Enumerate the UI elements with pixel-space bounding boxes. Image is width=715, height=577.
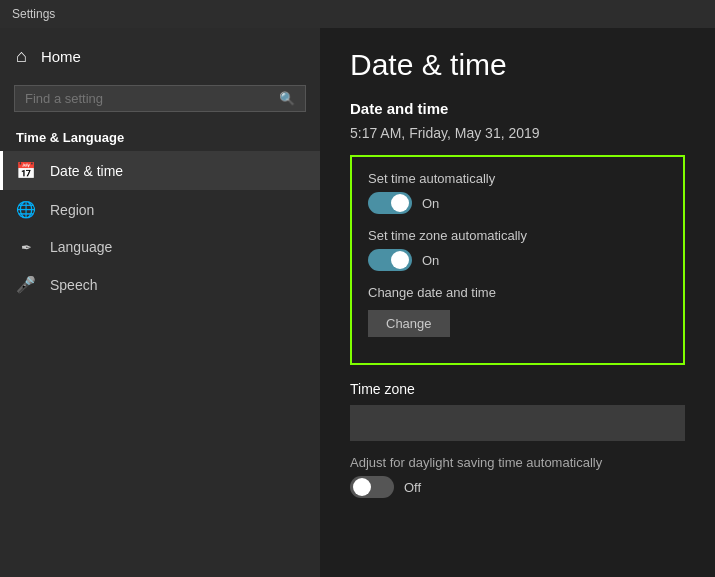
toggle-knob-3 — [353, 478, 371, 496]
timezone-section: Time zone — [350, 381, 685, 441]
search-icon: 🔍 — [279, 91, 295, 106]
change-button[interactable]: Change — [368, 310, 450, 337]
set-time-auto-toggle-label: On — [422, 196, 439, 211]
toggle-knob-2 — [391, 251, 409, 269]
home-icon: ⌂ — [16, 46, 27, 67]
daylight-toggle-row: Off — [350, 476, 685, 498]
main-layout: ⌂ Home 🔍 Time & Language 📅 Date & time 🌐… — [0, 28, 715, 577]
sidebar-item-date-time[interactable]: 📅 Date & time — [0, 151, 320, 190]
sidebar-item-region[interactable]: 🌐 Region — [0, 190, 320, 229]
calendar-icon: 📅 — [16, 161, 36, 180]
timezone-label: Time zone — [350, 381, 685, 397]
nav-item-label: Region — [50, 202, 94, 218]
toggle-knob — [391, 194, 409, 212]
microphone-icon: 🎤 — [16, 275, 36, 294]
set-timezone-auto-toggle-label: On — [422, 253, 439, 268]
search-box[interactable]: 🔍 — [14, 85, 306, 112]
highlight-box: Set time automatically On Set time zone … — [350, 155, 685, 365]
current-datetime: 5:17 AM, Friday, May 31, 2019 — [350, 125, 685, 141]
daylight-section: Adjust for daylight saving time automati… — [350, 455, 685, 498]
sidebar-item-language[interactable]: ✒ Language — [0, 229, 320, 265]
set-time-auto-label: Set time automatically — [368, 171, 667, 186]
nav-item-label: Speech — [50, 277, 97, 293]
title-bar: Settings — [0, 0, 715, 28]
content-area: Date & time Date and time 5:17 AM, Frida… — [320, 28, 715, 577]
sidebar: ⌂ Home 🔍 Time & Language 📅 Date & time 🌐… — [0, 28, 320, 577]
section-title: Date and time — [350, 100, 685, 117]
daylight-toggle-label: Off — [404, 480, 421, 495]
set-timezone-auto-label: Set time zone automatically — [368, 228, 667, 243]
sidebar-section-label: Time & Language — [0, 120, 320, 151]
sidebar-item-speech[interactable]: 🎤 Speech — [0, 265, 320, 304]
timezone-select[interactable] — [350, 405, 685, 441]
sidebar-home-label: Home — [41, 48, 81, 65]
set-timezone-auto-toggle[interactable] — [368, 249, 412, 271]
change-datetime-row: Change date and time Change — [368, 285, 667, 337]
title-bar-label: Settings — [12, 7, 55, 21]
set-timezone-auto-row: Set time zone automatically On — [368, 228, 667, 271]
daylight-label: Adjust for daylight saving time automati… — [350, 455, 685, 470]
nav-item-label: Date & time — [50, 163, 123, 179]
set-time-auto-toggle[interactable] — [368, 192, 412, 214]
change-datetime-label: Change date and time — [368, 285, 667, 300]
set-timezone-auto-toggle-row: On — [368, 249, 667, 271]
set-time-auto-row: Set time automatically On — [368, 171, 667, 214]
set-time-auto-toggle-row: On — [368, 192, 667, 214]
search-input[interactable] — [25, 91, 279, 106]
language-icon: ✒ — [16, 240, 36, 255]
nav-item-label: Language — [50, 239, 112, 255]
daylight-toggle[interactable] — [350, 476, 394, 498]
sidebar-home[interactable]: ⌂ Home — [0, 36, 320, 77]
page-title: Date & time — [350, 48, 685, 82]
globe-icon: 🌐 — [16, 200, 36, 219]
